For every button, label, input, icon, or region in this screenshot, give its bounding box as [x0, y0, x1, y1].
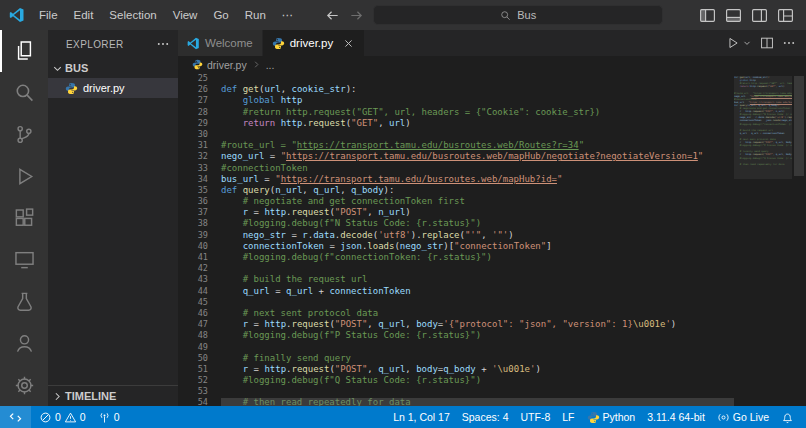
code-line[interactable]: 47 r = http.request("POST", q_url, body=…: [178, 319, 734, 330]
activity-extensions[interactable]: [0, 197, 48, 239]
code-line[interactable]: 33#connectionToken: [178, 163, 734, 174]
vertical-scrollbar[interactable]: [792, 73, 806, 406]
tab-label: Welcome: [205, 37, 253, 49]
code-line[interactable]: 40 connectionToken = json.loads(nego_str…: [178, 241, 734, 252]
code-line[interactable]: 52 #logging.debug(f"Q Status Code: {r.st…: [178, 375, 734, 386]
layout-sidebar-right-icon[interactable]: [751, 7, 768, 24]
code-line[interactable]: 32nego_url = "https://transport.tamu.edu…: [178, 151, 734, 162]
code-line[interactable]: 39 nego_str = r.data.decode('utf8').repl…: [178, 230, 734, 241]
encoding[interactable]: UTF-8: [514, 406, 556, 428]
tab-driver-py[interactable]: driver.py: [263, 30, 365, 56]
horizontal-scrollbar[interactable]: [221, 398, 734, 406]
activity-account[interactable]: [0, 322, 48, 364]
language-mode[interactable]: Python: [581, 406, 642, 428]
close-icon[interactable]: [342, 37, 355, 50]
vertical-scrollbar-thumb[interactable]: [794, 76, 804, 176]
code-line[interactable]: 53: [178, 386, 734, 397]
indentation[interactable]: Spaces: 4: [456, 406, 515, 428]
menu-file[interactable]: File: [31, 0, 66, 30]
code-line[interactable]: 26def get(url, cookie_str):: [178, 84, 734, 95]
code-line[interactable]: 27 global http: [178, 95, 734, 106]
vscode-logo-icon: [9, 7, 25, 23]
activity-run-and-debug[interactable]: [0, 155, 48, 197]
line-number: 26: [178, 84, 221, 95]
breadcrumb-more[interactable]: ...: [266, 59, 275, 71]
code-line[interactable]: 45: [178, 297, 734, 308]
code-line[interactable]: 31#route_url = "https://transport.tamu.e…: [178, 140, 734, 151]
notifications[interactable]: [775, 406, 800, 428]
folder-section-header[interactable]: BUS: [48, 58, 178, 78]
split-editor-icon[interactable]: [760, 36, 774, 50]
code-line[interactable]: 41 #logging.debug(f"connectionToken: {r.…: [178, 252, 734, 263]
chevron-down-icon[interactable]: [742, 38, 752, 48]
remote-indicator[interactable]: [0, 406, 31, 428]
code-line[interactable]: 43 # build the request url: [178, 274, 734, 285]
code-line[interactable]: 37 r = http.request("POST", n_url): [178, 207, 734, 218]
code-text: #return http.request("GET", url, headers…: [221, 107, 600, 118]
breadcrumb[interactable]: driver.py ...: [178, 56, 806, 73]
minimap[interactable]: def get(url, cookie_str): global http #r…: [734, 73, 792, 406]
line-number: 31: [178, 140, 221, 151]
code-text: #logging.debug(f"N Status Code: {r.statu…: [221, 218, 481, 229]
code-line[interactable]: 44 q_url = q_url + connectionToken: [178, 286, 734, 297]
activity-testing[interactable]: [0, 280, 48, 322]
editor-actions: [716, 30, 806, 56]
python-file-icon: [65, 82, 78, 95]
back-arrow-icon[interactable]: [325, 8, 340, 23]
code-line[interactable]: 36 # negotiate and get connectionToken f…: [178, 196, 734, 207]
code-line[interactable]: 50 # finally send query: [178, 353, 734, 364]
code-line[interactable]: 34bus_url = "https://transport.tamu.edu/…: [178, 174, 734, 185]
menu-edit[interactable]: Edit: [66, 0, 102, 30]
code-line[interactable]: 38 #logging.debug(f"N Status Code: {r.st…: [178, 218, 734, 229]
code-line[interactable]: 46 # next sent protocol data: [178, 308, 734, 319]
code-line[interactable]: 51 r = http.request("POST", q_url, body=…: [178, 364, 734, 375]
line-number: 43: [178, 274, 221, 285]
layout-sidebar-left-icon[interactable]: [699, 7, 716, 24]
ports-indicator[interactable]: 0: [92, 406, 126, 428]
layout-panel-icon[interactable]: [725, 7, 742, 24]
code-line[interactable]: 49: [178, 342, 734, 353]
code-line[interactable]: 29 return http.request("GET", url): [178, 118, 734, 129]
code-line[interactable]: 28 #return http.request("GET", url, head…: [178, 107, 734, 118]
code-line[interactable]: 35def query(n_url, q_url, q_body):: [178, 185, 734, 196]
menu-more[interactable]: ⋯: [274, 0, 302, 30]
problems-indicator[interactable]: 00: [33, 406, 92, 428]
file-item-driver-py[interactable]: driver.py: [48, 78, 178, 98]
go-live[interactable]: Go Live: [711, 406, 775, 428]
line-number: 45: [178, 297, 221, 308]
activity-search[interactable]: [0, 72, 48, 114]
search-input[interactable]: Bus: [373, 5, 663, 25]
timeline-section-header[interactable]: TIMELINE: [48, 385, 178, 406]
code-text: # next sent protocol data: [221, 308, 378, 319]
line-number: 53: [178, 386, 221, 397]
code-text: r = http.request("POST", q_url, body='{"…: [221, 319, 676, 330]
customize-layout-icon[interactable]: [777, 7, 794, 24]
tab-welcome[interactable]: Welcome: [178, 30, 263, 56]
eol-sequence[interactable]: LF: [556, 406, 580, 428]
minimap-slider[interactable]: [734, 76, 792, 179]
run-icon[interactable]: [726, 36, 740, 50]
forward-arrow-icon[interactable]: [349, 8, 364, 23]
breadcrumb-file[interactable]: driver.py: [207, 59, 247, 71]
activity-explorer[interactable]: [0, 30, 48, 72]
code-line[interactable]: 25: [178, 73, 734, 84]
activity-settings[interactable]: [0, 364, 48, 406]
menu-view[interactable]: View: [165, 0, 206, 30]
radio-tower-icon: [98, 411, 111, 424]
activity-bar: [0, 30, 48, 406]
menu-go[interactable]: Go: [205, 0, 236, 30]
cursor-position[interactable]: Ln 1, Col 17: [387, 406, 456, 428]
menu-run[interactable]: Run: [237, 0, 274, 30]
chevron-right-icon: [51, 390, 64, 403]
code-line[interactable]: 30: [178, 129, 734, 140]
activity-source-control[interactable]: [0, 113, 48, 155]
more-actions-icon[interactable]: [156, 37, 170, 51]
line-number: 50: [178, 353, 221, 364]
code-editor[interactable]: 2526def get(url, cookie_str):27 global h…: [178, 73, 806, 406]
python-interpreter[interactable]: 3.11.4 64-bit: [641, 406, 711, 428]
code-line[interactable]: 48 #logging.debug(f"P Status Code: {r.st…: [178, 330, 734, 341]
ellipsis-icon[interactable]: [782, 36, 796, 50]
activity-remote-explorer[interactable]: [0, 239, 48, 281]
code-line[interactable]: 42: [178, 263, 734, 274]
menu-selection[interactable]: Selection: [101, 0, 164, 30]
